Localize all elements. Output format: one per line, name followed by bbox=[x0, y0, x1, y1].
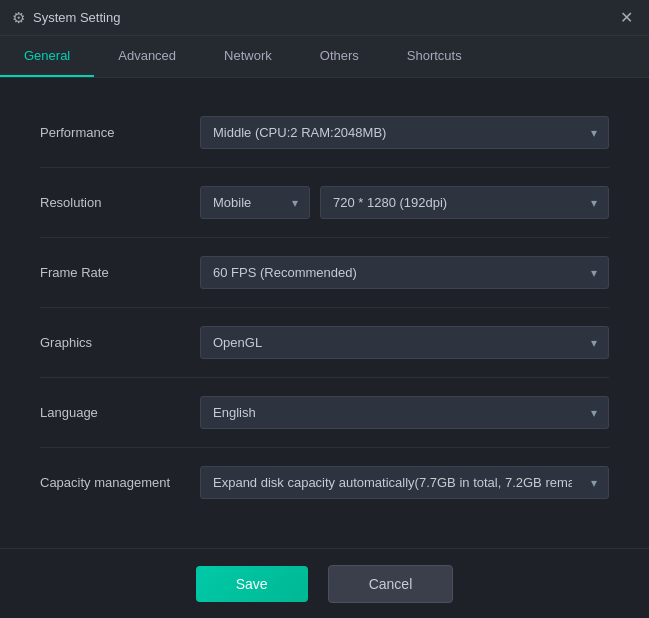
graphics-select[interactable]: OpenGL DirectX Vulkan bbox=[200, 326, 609, 359]
resolution-type-select[interactable]: Mobile Tablet Custom bbox=[200, 186, 310, 219]
tab-advanced[interactable]: Advanced bbox=[94, 36, 200, 77]
frame-rate-select[interactable]: 60 FPS (Recommended) 30 FPS 120 FPS bbox=[200, 256, 609, 289]
language-label: Language bbox=[40, 405, 200, 420]
tab-general[interactable]: General bbox=[0, 36, 94, 77]
language-row: Language English Chinese Japanese Korean… bbox=[40, 378, 609, 448]
window-title: System Setting bbox=[33, 10, 120, 25]
capacity-label: Capacity management bbox=[40, 475, 200, 490]
save-button[interactable]: Save bbox=[196, 566, 308, 602]
cancel-button[interactable]: Cancel bbox=[328, 565, 454, 603]
graphics-label: Graphics bbox=[40, 335, 200, 350]
frame-rate-label: Frame Rate bbox=[40, 265, 200, 280]
performance-label: Performance bbox=[40, 125, 200, 140]
resolution-label: Resolution bbox=[40, 195, 200, 210]
frame-rate-row: Frame Rate 60 FPS (Recommended) 30 FPS 1… bbox=[40, 238, 609, 308]
close-button[interactable]: ✕ bbox=[616, 8, 637, 28]
tab-shortcuts[interactable]: Shortcuts bbox=[383, 36, 486, 77]
performance-row: Performance Middle (CPU:2 RAM:2048MB) Lo… bbox=[40, 98, 609, 168]
performance-select[interactable]: Middle (CPU:2 RAM:2048MB) Low (CPU:1 RAM… bbox=[200, 116, 609, 149]
resolution-row: Resolution Mobile Tablet Custom ▾ 720 * … bbox=[40, 168, 609, 238]
footer: Save Cancel bbox=[0, 548, 649, 618]
capacity-row: Capacity management Expand disk capacity… bbox=[40, 448, 609, 517]
tab-network[interactable]: Network bbox=[200, 36, 296, 77]
tab-bar: General Advanced Network Others Shortcut… bbox=[0, 36, 649, 78]
title-bar: ⚙ System Setting ✕ bbox=[0, 0, 649, 36]
language-select[interactable]: English Chinese Japanese Korean bbox=[200, 396, 609, 429]
tab-others[interactable]: Others bbox=[296, 36, 383, 77]
resolution-value-select[interactable]: 720 * 1280 (192dpi) 1080 * 1920 (480dpi)… bbox=[320, 186, 609, 219]
capacity-select[interactable]: Expand disk capacity automatically(7.7GB… bbox=[200, 466, 609, 499]
gear-icon: ⚙ bbox=[12, 9, 25, 27]
graphics-row: Graphics OpenGL DirectX Vulkan ▾ bbox=[40, 308, 609, 378]
